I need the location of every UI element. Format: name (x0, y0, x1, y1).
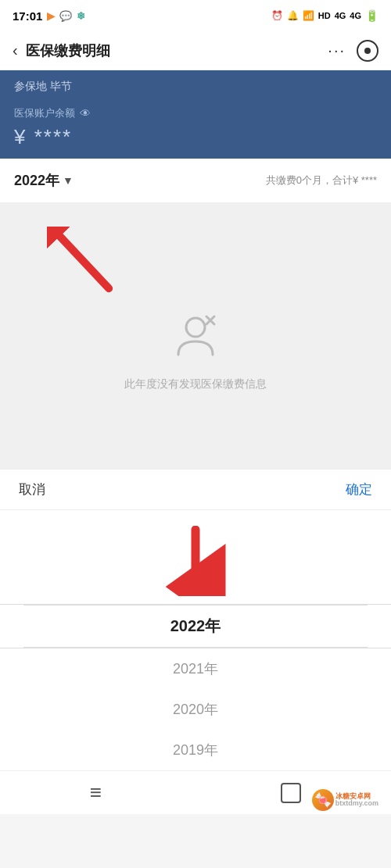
home-button[interactable] (281, 783, 301, 803)
account-label: 医保账户余额 👁 (14, 106, 377, 120)
bottom-nav: ≡ 🍬 冰糖安卓网 btxtdmy.com (0, 770, 391, 814)
logo-subtext: btxtdmy.com (335, 800, 378, 807)
status-left: 17:01 ▶ 💬 ❄ (13, 9, 85, 23)
status-icons: ⏰ 🔔 📶 HD 4G 4G 🔋 (271, 9, 378, 22)
picker-item-2022[interactable]: 2022年 (0, 604, 391, 648)
cancel-button[interactable]: 取消 (19, 480, 45, 498)
logo-area: 🍬 冰糖安卓网 btxtdmy.com (312, 789, 378, 811)
main-content: 此年度没有发现医保缴费信息 (0, 203, 391, 469)
location-label: 参保地 毕节 (14, 80, 377, 94)
picker-item-2021[interactable]: 2021年 (0, 648, 391, 689)
eye-icon[interactable]: 👁 (80, 107, 91, 120)
dropdown-arrow-icon: ▼ (63, 174, 74, 187)
status-icon-wechat: 💬 (59, 10, 72, 22)
arrow-down-container (0, 510, 391, 604)
picker-panel: 2022年 2021年 2020年 2019年 (0, 509, 391, 770)
hd-icon: HD (318, 11, 331, 20)
year-selector[interactable]: 2022年 ▼ (14, 171, 74, 190)
picker-items: 2022年 2021年 2020年 2019年 (0, 604, 391, 770)
empty-text: 此年度没有发现医保缴费信息 (124, 377, 267, 391)
arrow-up-left (47, 227, 125, 308)
status-icon-video: ▶ (47, 10, 55, 22)
target-button[interactable] (357, 40, 378, 62)
picker-footer: 取消 确定 (0, 469, 391, 509)
picker-item-2019[interactable]: 2019年 (0, 730, 391, 770)
nav-bar: ‹ 医保缴费明细 ··· (0, 31, 391, 70)
status-time: 17:01 (13, 9, 42, 23)
more-button[interactable]: ··· (328, 41, 346, 59)
year-label: 2022年 (14, 171, 59, 190)
menu-button[interactable]: ≡ (90, 780, 102, 805)
alarm-icon: ⏰ (271, 10, 283, 21)
signal-4g2-icon: 4G (350, 11, 361, 20)
status-icon-qq: ❄ (77, 10, 85, 22)
signal-4g-icon: 4G (335, 11, 346, 20)
picker-item-2020[interactable]: 2020年 (0, 689, 391, 730)
confirm-button[interactable]: 确定 (346, 480, 372, 498)
account-label-text: 医保账户余额 (14, 106, 75, 120)
back-button[interactable]: ‹ (13, 41, 18, 59)
status-bar: 17:01 ▶ 💬 ❄ ⏰ 🔔 📶 HD 4G 4G 🔋 (0, 0, 391, 31)
battery-icon: 🔋 (365, 9, 378, 22)
wifi-icon: 📶 (303, 10, 314, 21)
year-summary: 共缴费0个月，合计¥ **** (266, 173, 377, 188)
info-banner: 参保地 毕节 医保账户余额 👁 ¥ **** (0, 70, 391, 159)
logo-icon: 🍬 (312, 789, 334, 811)
svg-line-1 (60, 237, 109, 289)
sound-icon: 🔔 (287, 10, 299, 21)
svg-point-2 (186, 318, 205, 337)
empty-icon (172, 312, 219, 368)
page-title: 医保缴费明细 (26, 41, 328, 60)
empty-state: 此年度没有发现医保缴费信息 (124, 312, 267, 391)
account-amount: ¥ **** (14, 125, 377, 149)
year-row: 2022年 ▼ 共缴费0个月，合计¥ **** (0, 159, 391, 203)
